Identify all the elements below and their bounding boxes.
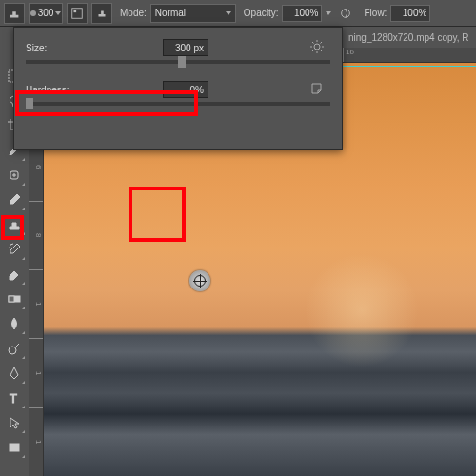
hardness-label: Hardness: bbox=[26, 85, 83, 95]
document-tab[interactable]: ning_1280x720.mp4 copy, R bbox=[343, 27, 476, 48]
size-field[interactable]: 300 px bbox=[163, 39, 208, 56]
size-label: Size: bbox=[26, 43, 83, 53]
blur-tool[interactable] bbox=[3, 312, 26, 335]
dodge-tool[interactable] bbox=[3, 337, 26, 360]
brush-dot-icon bbox=[30, 10, 36, 16]
svg-rect-10 bbox=[10, 444, 19, 451]
chevron-down-icon[interactable] bbox=[326, 11, 331, 15]
brush-tool[interactable] bbox=[3, 188, 26, 211]
path-selection-tool[interactable] bbox=[3, 411, 26, 434]
ruler-tick: 16 bbox=[343, 48, 476, 62]
rectangle-tool[interactable] bbox=[3, 436, 26, 459]
ruler-horizontal: 16 bbox=[343, 48, 476, 63]
history-brush-tool[interactable] bbox=[3, 238, 26, 261]
brush-size-value: 300 bbox=[38, 8, 54, 18]
chevron-down-icon bbox=[226, 11, 231, 15]
new-preset-icon[interactable] bbox=[309, 81, 325, 96]
gradient-tool[interactable] bbox=[3, 288, 26, 310]
svg-rect-1 bbox=[74, 10, 77, 12]
mode-label: Mode: bbox=[120, 8, 147, 18]
hardness-slider[interactable] bbox=[26, 102, 330, 106]
svg-point-3 bbox=[314, 44, 320, 50]
flow-field[interactable]: 100% bbox=[390, 5, 430, 22]
toggle-brush-panel-button[interactable] bbox=[67, 3, 88, 24]
chevron-down-icon bbox=[55, 11, 61, 15]
opacity-label: Opacity: bbox=[244, 8, 279, 18]
clone-source-cursor bbox=[189, 270, 210, 291]
clone-source-panel-button[interactable] bbox=[91, 3, 112, 24]
mode-dropdown[interactable]: Normal bbox=[150, 4, 236, 23]
svg-point-8 bbox=[9, 347, 16, 354]
size-slider[interactable] bbox=[26, 60, 330, 64]
opacity-field[interactable]: 100% bbox=[282, 5, 322, 22]
type-tool[interactable]: T bbox=[3, 387, 26, 409]
healing-brush-tool[interactable] bbox=[3, 164, 26, 187]
svg-text:T: T bbox=[10, 391, 17, 406]
brush-settings-panel: Size: 300 px Hardness: 0% bbox=[13, 27, 343, 150]
svg-rect-7 bbox=[9, 296, 14, 302]
document-filename: ning_1280x720.mp4 copy, R bbox=[348, 32, 469, 43]
clone-stamp-tool[interactable] bbox=[3, 213, 26, 236]
svg-point-2 bbox=[342, 9, 350, 17]
options-bar: 300 Mode: Normal Opacity: 100% Flow: 100… bbox=[0, 0, 476, 27]
brush-preset-picker[interactable]: 300 bbox=[29, 3, 63, 24]
pressure-opacity-button[interactable] bbox=[335, 3, 356, 24]
gear-icon[interactable] bbox=[309, 39, 325, 54]
tool-preset-picker[interactable] bbox=[4, 3, 25, 24]
flow-label: Flow: bbox=[364, 8, 387, 18]
eraser-tool[interactable] bbox=[3, 263, 26, 286]
mode-value: Normal bbox=[155, 8, 186, 18]
sun-glow bbox=[305, 253, 419, 367]
hardness-field[interactable]: 0% bbox=[163, 81, 208, 98]
pen-tool[interactable] bbox=[3, 362, 26, 385]
svg-rect-0 bbox=[72, 8, 83, 18]
